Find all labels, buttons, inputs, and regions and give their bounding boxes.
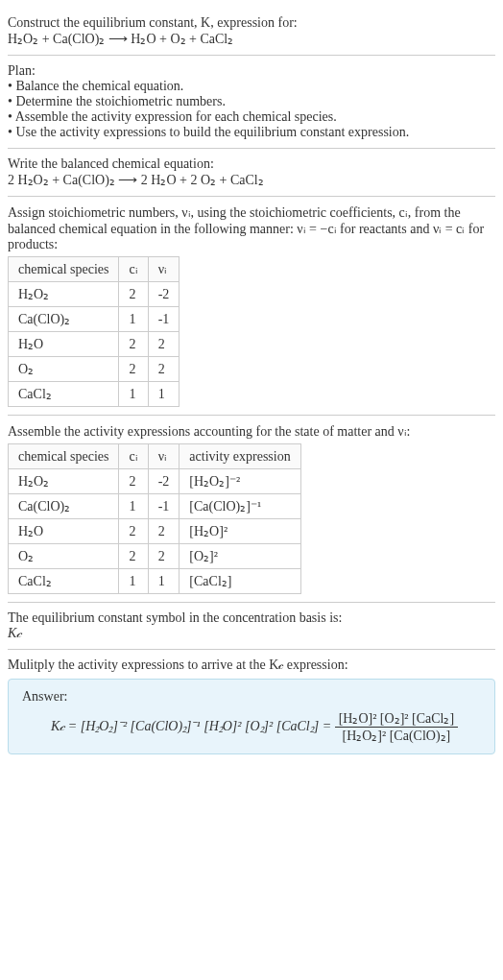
- cell: H₂O₂: [9, 469, 119, 494]
- cell: -1: [148, 494, 180, 519]
- cell: O₂: [9, 357, 119, 382]
- cell: 2: [148, 357, 180, 382]
- plan-item-3: • Use the activity expressions to build …: [8, 125, 495, 140]
- answer-fraction: [H₂O]² [O₂]² [CaCl₂] [H₂O₂]² [Ca(ClO)₂]: [335, 710, 458, 744]
- col-ci: cᵢ: [119, 257, 148, 282]
- cell: 2: [148, 519, 180, 544]
- answer-box: Answer: K𝒸 = [H₂O₂]⁻² [Ca(ClO)₂]⁻¹ [H₂O]…: [8, 679, 495, 754]
- assign-section: Assign stoichiometric numbers, νᵢ, using…: [8, 197, 495, 416]
- col-ci: cᵢ: [119, 444, 148, 469]
- table-header-row: chemical species cᵢ νᵢ activity expressi…: [9, 444, 301, 469]
- activity-text: Assemble the activity expressions accoun…: [8, 423, 495, 440]
- multiply-text: Mulitply the activity expressions to arr…: [8, 657, 495, 673]
- intro-section: Construct the equilibrium constant, K, e…: [8, 8, 495, 56]
- balanced-section: Write the balanced chemical equation: 2 …: [8, 149, 495, 197]
- cell: 1: [148, 382, 180, 407]
- col-species: chemical species: [9, 444, 119, 469]
- activity-section: Assemble the activity expressions accoun…: [8, 416, 495, 603]
- symbol-value: K𝒸: [8, 626, 495, 641]
- cell: 2: [119, 469, 148, 494]
- cell: H₂O₂: [9, 282, 119, 307]
- table-row: Ca(ClO)₂1-1: [9, 307, 180, 332]
- intro-line1: Construct the equilibrium constant, K, e…: [8, 15, 495, 31]
- cell: [H₂O₂]⁻²: [180, 469, 300, 494]
- cell: Ca(ClO)₂: [9, 494, 119, 519]
- frac-denominator: [H₂O₂]² [Ca(ClO)₂]: [335, 728, 458, 744]
- plan-title: Plan:: [8, 63, 495, 79]
- cell: Ca(ClO)₂: [9, 307, 119, 332]
- cell: 2: [119, 544, 148, 569]
- cell: 2: [119, 282, 148, 307]
- col-expr: activity expression: [180, 444, 300, 469]
- table-row: H₂O22: [9, 332, 180, 357]
- col-vi: νᵢ: [148, 257, 180, 282]
- balanced-title: Write the balanced chemical equation:: [8, 156, 495, 172]
- activity-table: chemical species cᵢ νᵢ activity expressi…: [8, 443, 301, 594]
- answer-equation: K𝒸 = [H₂O₂]⁻² [Ca(ClO)₂]⁻¹ [H₂O]² [O₂]² …: [22, 710, 481, 744]
- cell: CaCl₂: [9, 569, 119, 594]
- col-vi: νᵢ: [148, 444, 180, 469]
- table-header-row: chemical species cᵢ νᵢ: [9, 257, 180, 282]
- cell: H₂O: [9, 519, 119, 544]
- table-row: O₂22: [9, 357, 180, 382]
- table-row: CaCl₂11[CaCl₂]: [9, 569, 301, 594]
- table-row: H₂O₂2-2[H₂O₂]⁻²: [9, 469, 301, 494]
- table-row: O₂22[O₂]²: [9, 544, 301, 569]
- symbol-section: The equilibrium constant symbol in the c…: [8, 603, 495, 650]
- assign-text: Assign stoichiometric numbers, νᵢ, using…: [8, 204, 495, 252]
- frac-numerator: [H₂O]² [O₂]² [CaCl₂]: [335, 710, 458, 728]
- table-row: H₂O₂2-2: [9, 282, 180, 307]
- answer-label: Answer:: [22, 689, 481, 705]
- cell: CaCl₂: [9, 382, 119, 407]
- cell: [Ca(ClO)₂]⁻¹: [180, 494, 300, 519]
- intro-equation: H₂O₂ + Ca(ClO)₂ ⟶ H₂O + O₂ + CaCl₂: [8, 31, 495, 47]
- cell: 2: [119, 357, 148, 382]
- cell: [H₂O]²: [180, 519, 300, 544]
- answer-lhs: K𝒸 = [H₂O₂]⁻² [Ca(ClO)₂]⁻¹ [H₂O]² [O₂]² …: [51, 719, 331, 733]
- stoich-table: chemical species cᵢ νᵢ H₂O₂2-2 Ca(ClO)₂1…: [8, 256, 180, 407]
- cell: [CaCl₂]: [180, 569, 300, 594]
- cell: [O₂]²: [180, 544, 300, 569]
- cell: 1: [119, 307, 148, 332]
- cell: -2: [148, 469, 180, 494]
- cell: 1: [119, 569, 148, 594]
- balanced-equation: 2 H₂O₂ + Ca(ClO)₂ ⟶ 2 H₂O + 2 O₂ + CaCl₂: [8, 172, 495, 188]
- cell: H₂O: [9, 332, 119, 357]
- cell: O₂: [9, 544, 119, 569]
- symbol-text: The equilibrium constant symbol in the c…: [8, 610, 495, 626]
- plan-section: Plan: • Balance the chemical equation. •…: [8, 56, 495, 149]
- cell: -1: [148, 307, 180, 332]
- cell: -2: [148, 282, 180, 307]
- plan-item-1: • Determine the stoichiometric numbers.: [8, 94, 495, 109]
- cell: 2: [148, 544, 180, 569]
- table-row: H₂O22[H₂O]²: [9, 519, 301, 544]
- multiply-section: Mulitply the activity expressions to arr…: [8, 650, 495, 762]
- cell: 2: [119, 519, 148, 544]
- col-species: chemical species: [9, 257, 119, 282]
- table-row: Ca(ClO)₂1-1[Ca(ClO)₂]⁻¹: [9, 494, 301, 519]
- cell: 1: [119, 382, 148, 407]
- cell: 2: [119, 332, 148, 357]
- table-row: CaCl₂11: [9, 382, 180, 407]
- plan-item-2: • Assemble the activity expression for e…: [8, 109, 495, 125]
- plan-item-0: • Balance the chemical equation.: [8, 79, 495, 94]
- cell: 1: [119, 494, 148, 519]
- cell: 2: [148, 332, 180, 357]
- cell: 1: [148, 569, 180, 594]
